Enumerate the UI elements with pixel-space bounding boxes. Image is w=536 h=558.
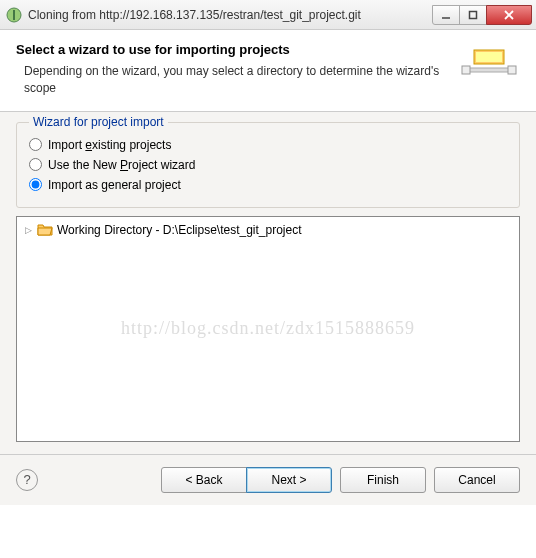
- maximize-button[interactable]: [459, 5, 487, 25]
- finish-button[interactable]: Finish: [340, 467, 426, 493]
- window-controls: [433, 5, 532, 25]
- svg-rect-1: [13, 10, 15, 20]
- radio-label: Import existing projects: [48, 138, 171, 152]
- radio-input[interactable]: [29, 178, 42, 191]
- radio-input[interactable]: [29, 158, 42, 171]
- svg-rect-8: [466, 68, 512, 72]
- cancel-button[interactable]: Cancel: [434, 467, 520, 493]
- close-button[interactable]: [486, 5, 532, 25]
- svg-rect-10: [508, 66, 516, 74]
- wizard-import-group: Wizard for project import Import existin…: [16, 122, 520, 208]
- radio-new-project-wizard[interactable]: Use the New Project wizard: [29, 155, 507, 175]
- title-bar: Cloning from http://192.168.137.135/rest…: [0, 0, 536, 30]
- radio-import-existing[interactable]: Import existing projects: [29, 135, 507, 155]
- radio-input[interactable]: [29, 138, 42, 151]
- directory-tree[interactable]: ▷ Working Directory - D:\Eclipse\test_gi…: [16, 216, 520, 442]
- tree-item-label: Working Directory - D:\Eclipse\test_git_…: [57, 223, 302, 237]
- next-button[interactable]: Next >: [246, 467, 332, 493]
- page-description: Depending on the wizard, you may select …: [16, 63, 456, 97]
- back-button[interactable]: < Back: [161, 467, 247, 493]
- page-title: Select a wizard to use for importing pro…: [16, 42, 456, 57]
- tree-item-working-directory[interactable]: ▷ Working Directory - D:\Eclipse\test_gi…: [21, 221, 515, 239]
- wizard-header: Select a wizard to use for importing pro…: [0, 30, 536, 112]
- folder-icon: [37, 223, 53, 236]
- help-button[interactable]: ?: [16, 469, 38, 491]
- group-legend: Wizard for project import: [29, 115, 168, 129]
- radio-label: Import as general project: [48, 178, 181, 192]
- window-title: Cloning from http://192.168.137.135/rest…: [28, 8, 433, 22]
- svg-rect-9: [462, 66, 470, 74]
- radio-import-general[interactable]: Import as general project: [29, 175, 507, 195]
- svg-rect-3: [470, 11, 477, 18]
- svg-rect-7: [476, 52, 502, 62]
- app-icon: [6, 7, 22, 23]
- radio-label: Use the New Project wizard: [48, 158, 195, 172]
- button-bar: ? < Back Next > Finish Cancel: [0, 454, 536, 505]
- wizard-banner-icon: [456, 42, 520, 90]
- minimize-button[interactable]: [432, 5, 460, 25]
- tree-expand-icon[interactable]: ▷: [25, 225, 35, 235]
